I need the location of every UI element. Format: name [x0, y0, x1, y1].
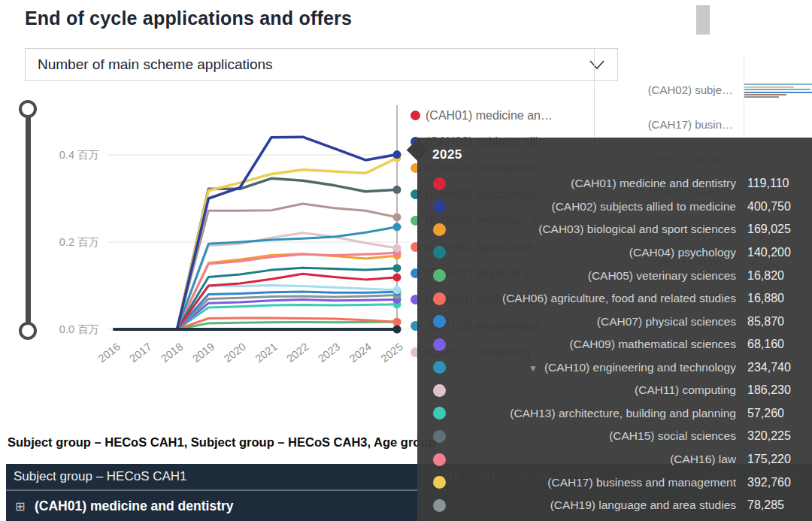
x-axis-tick-label: 2019	[190, 341, 217, 365]
tooltip-series-dot-icon	[433, 338, 446, 351]
tooltip-row: (CAH06) agriculture, food and related st…	[417, 287, 812, 310]
legend-item[interactable]: (CAH17) busin…	[560, 108, 733, 142]
legend-dot-icon	[411, 111, 420, 120]
tooltip-series-value: 16,820	[747, 269, 812, 283]
tooltip-series-label: (CAH07) physical sciences	[446, 315, 736, 329]
tooltip-row: (CAH07) physical sciences85,870	[417, 310, 812, 333]
tooltip-row: (CAH16) law175,220	[417, 448, 812, 471]
applications-line-chart[interactable]: 0.0 百万0.2 百万0.4 百万2016201720182019202020…	[0, 90, 421, 376]
series-line	[114, 304, 397, 329]
tooltip-series-value: 68,160	[747, 338, 812, 351]
tooltip-series-dot-icon	[433, 407, 446, 420]
table-header-subject-group[interactable]: Subject group – HECoS CAH1	[14, 464, 187, 489]
tooltip-series-dot-icon	[433, 384, 446, 397]
tooltip-year-title: 2025	[432, 147, 812, 162]
series-end-dot	[393, 326, 401, 334]
series-line	[114, 204, 397, 329]
metric-dropdown[interactable]: Number of main scheme applications	[25, 48, 618, 81]
triangle-down-icon: ▼	[529, 363, 538, 374]
table-heading: Subject group – HECoS CAH1, Subject grou…	[8, 435, 436, 450]
x-axis-tick-label: 2021	[253, 341, 279, 365]
series-end-dot	[393, 273, 401, 281]
x-axis-tick-label: 2017	[127, 341, 153, 365]
tooltip-series-label: (CAH19) language and area studies	[446, 498, 736, 512]
tooltip-series-value: 169,025	[747, 223, 812, 236]
tooltip-series-label: (CAH04) psychology	[446, 246, 736, 259]
x-axis-tick-label: 2024	[347, 341, 374, 365]
page-title: End of cycle applications and offers	[25, 8, 352, 29]
tooltip-series-dot-icon	[433, 476, 446, 489]
tooltip-series-value: 57,260	[747, 407, 812, 420]
series-end-dot	[393, 318, 401, 326]
right-mini-chart[interactable]	[743, 75, 812, 109]
tooltip-series-label: (CAH01) medicine and dentistry	[446, 177, 736, 190]
tooltip-series-dot-icon	[433, 499, 446, 512]
y-axis-tick-label: 0.0 百万	[59, 323, 99, 335]
legend-item[interactable]: (CAH02) subje…	[560, 73, 733, 108]
tooltip-series-dot-icon	[433, 315, 446, 328]
tooltip-series-dot-icon	[433, 269, 446, 282]
tooltip-series-label: (CAH03) biological and sport sciences	[446, 223, 736, 236]
tooltip-series-value: 78,285	[747, 498, 812, 512]
y-axis-tick-label: 0.4 百万	[59, 149, 99, 161]
tooltip-row: (CAH01) medicine and dentistry119,110	[417, 172, 812, 195]
series-end-dot	[393, 264, 401, 272]
tooltip-series-label: (CAH11) computing	[446, 383, 736, 397]
series-end-dot	[393, 186, 401, 194]
tooltip-series-value: 234,740	[747, 361, 812, 374]
metric-dropdown-value: Number of main scheme applications	[38, 56, 589, 73]
tooltip-series-label: ▼(CAH10) engineering and technology	[446, 361, 736, 374]
legend-item-label: (CAH01) medicine an…	[426, 109, 553, 123]
x-axis-tick-label: 2018	[159, 341, 185, 365]
hover-tooltip: 2025 (CAH01) medicine and dentistry119,1…	[417, 138, 812, 521]
tooltip-row: (CAH05) veterinary sciences16,820	[417, 264, 812, 287]
app-root: End of cycle applications and offers Num…	[0, 0, 812, 521]
x-axis-tick-label: 2025	[379, 341, 405, 365]
tooltip-row: (CAH03) biological and sport sciences169…	[417, 218, 812, 241]
tooltip-series-dot-icon	[433, 292, 446, 305]
tooltip-series-label: (CAH13) architecture, building and plann…	[446, 407, 736, 420]
chevron-down-icon	[589, 59, 605, 70]
tooltip-series-dot-icon	[433, 177, 446, 190]
series-end-dot	[393, 213, 401, 221]
tooltip-row: (CAH17) business and management392,760	[417, 471, 812, 494]
tooltip-series-dot-icon	[433, 430, 446, 443]
tooltip-series-label: (CAH02) subjects allied to medicine	[446, 200, 736, 214]
tooltip-row: (CAH09) mathematical sciences68,160	[417, 333, 812, 356]
tooltip-series-label: (CAH09) mathematical sciences	[446, 338, 736, 351]
series-end-dot	[393, 150, 401, 159]
series-end-dot	[393, 286, 401, 294]
tooltip-series-value: 320,225	[747, 429, 812, 443]
tooltip-series-value: 119,110	[747, 177, 812, 190]
tooltip-series-value: 16,880	[747, 292, 812, 305]
tooltip-row: (CAH04) psychology140,200	[417, 241, 812, 265]
tooltip-series-value: 175,220	[747, 453, 812, 466]
tooltip-series-value: 186,230	[747, 383, 812, 397]
tooltip-series-label: (CAH17) business and management	[446, 476, 736, 489]
tooltip-row: ▼(CAH10) engineering and technology234,7…	[417, 356, 812, 380]
x-axis-tick-label: 2023	[316, 341, 342, 365]
tooltip-series-label: (CAH06) agriculture, food and related st…	[446, 292, 736, 305]
scrollbar-thumb[interactable]	[696, 5, 710, 35]
series-end-dot	[393, 244, 401, 252]
series-end-dot	[393, 223, 401, 231]
table-row-label: (CAH01) medicine and dentistry	[35, 491, 234, 521]
tooltip-series-dot-icon	[433, 453, 446, 466]
tooltip-series-label: (CAH16) law	[446, 453, 736, 466]
tooltip-series-value: 400,750	[747, 200, 812, 214]
tooltip-row: (CAH11) computing186,230	[417, 379, 812, 402]
tooltip-row: (CAH19) language and area studies78,285	[417, 494, 812, 517]
tooltip-series-dot-icon	[433, 223, 446, 236]
tooltip-row: (CAH13) architecture, building and plann…	[417, 402, 812, 426]
tooltip-series-label: (CAH15) social sciences	[446, 429, 736, 443]
tooltip-row: (CAH02) subjects allied to medicine400,7…	[417, 195, 812, 219]
x-axis-tick-label: 2022	[284, 341, 311, 365]
tooltip-series-dot-icon	[433, 200, 446, 213]
tooltip-series-label: (CAH05) veterinary sciences	[446, 269, 736, 283]
tooltip-series-dot-icon	[433, 361, 446, 374]
tooltip-series-value: 140,200	[747, 246, 812, 259]
x-axis-tick-label: 2016	[96, 341, 123, 365]
x-axis-tick-label: 2020	[222, 341, 248, 365]
expand-row-icon[interactable]: ⊞	[15, 491, 25, 521]
tooltip-row: (CAH15) social sciences320,225	[417, 425, 812, 448]
